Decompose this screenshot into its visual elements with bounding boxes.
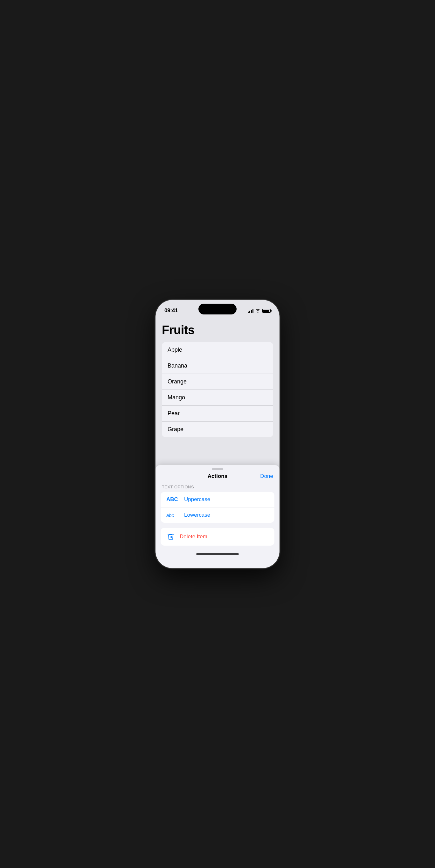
done-button[interactable]: Done [260, 472, 273, 481]
sheet-handle-area [155, 465, 280, 472]
uppercase-label: Uppercase [184, 496, 210, 503]
home-indicator-bar [196, 553, 239, 555]
battery-fill [263, 310, 269, 312]
sheet-header: Actions Done [155, 472, 280, 485]
uppercase-icon-text: ABC [166, 496, 180, 503]
dynamic-island [198, 304, 237, 314]
delete-item-row[interactable]: Delete Item [161, 528, 274, 546]
status-icons [248, 308, 271, 313]
sheet-title: Actions [208, 473, 227, 479]
signal-bar-2 [249, 311, 250, 313]
lowercase-label: Lowercase [184, 512, 210, 518]
signal-bar-1 [248, 312, 249, 313]
list-item[interactable]: Banana [162, 358, 273, 374]
lowercase-icon-text: abc [166, 513, 180, 518]
status-bar: 09:41 [155, 300, 280, 317]
home-indicator [155, 551, 280, 557]
lowercase-option[interactable]: abc Lowercase [161, 507, 274, 523]
text-options-label: TEXT OPTIONS [155, 485, 280, 492]
fruits-list: Apple Banana Orange Mango Pear Grape [162, 342, 273, 437]
wifi-icon [255, 309, 260, 313]
delete-item-label: Delete Item [180, 533, 207, 540]
trash-icon [166, 532, 175, 541]
battery-icon [262, 309, 271, 313]
sheet-handle [212, 468, 223, 470]
uppercase-option[interactable]: ABC Uppercase [161, 492, 274, 507]
signal-bars-icon [248, 308, 253, 313]
status-time: 09:41 [164, 307, 178, 314]
text-options-card: ABC Uppercase abc Lowercase [161, 492, 274, 523]
list-item[interactable]: Mango [162, 390, 273, 406]
phone-frame: 09:41 [155, 300, 280, 568]
page-title: Fruits [162, 323, 273, 337]
delete-card: Delete Item [161, 528, 274, 546]
signal-bar-4 [252, 309, 253, 313]
list-item[interactable]: Apple [162, 342, 273, 358]
phone-screen: 09:41 [155, 300, 280, 568]
list-item[interactable]: Pear [162, 406, 273, 422]
list-item[interactable]: Orange [162, 374, 273, 390]
bottom-sheet: Actions Done TEXT OPTIONS ABC Uppercase … [155, 465, 280, 568]
list-item[interactable]: Grape [162, 422, 273, 437]
signal-bar-3 [251, 310, 252, 313]
